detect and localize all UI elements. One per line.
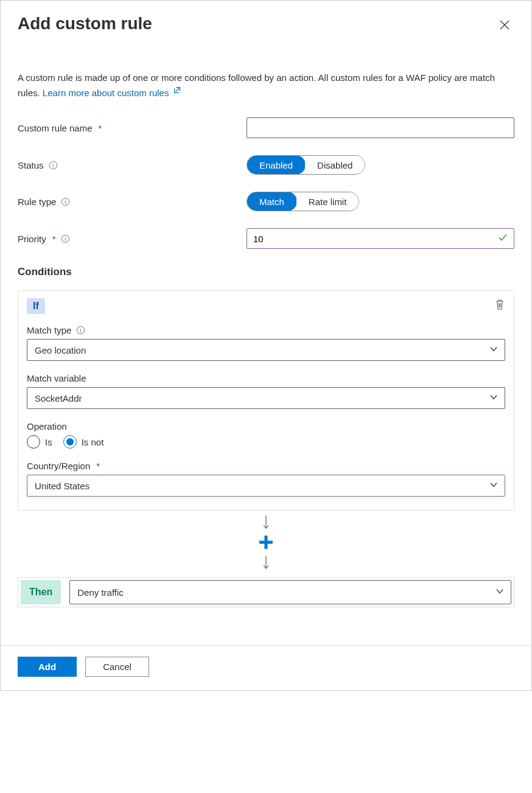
priority-input[interactable] bbox=[247, 228, 514, 249]
arrow-down-icon bbox=[262, 554, 270, 572]
page-title: Add custom rule bbox=[18, 14, 152, 33]
status-toggle: Enabled Disabled bbox=[247, 155, 365, 175]
row-status: Status i Enabled Disabled bbox=[18, 155, 514, 175]
conditions-heading: Conditions bbox=[18, 266, 514, 278]
trash-icon bbox=[494, 298, 505, 310]
match-variable-value: SocketAddr bbox=[35, 393, 82, 403]
then-tag: Then bbox=[21, 580, 61, 604]
close-button[interactable] bbox=[495, 15, 514, 35]
svg-rect-14 bbox=[259, 541, 273, 544]
match-variable-label: Match variable bbox=[27, 373, 86, 383]
info-icon[interactable]: i bbox=[61, 234, 70, 243]
operation-is-option[interactable]: Is bbox=[27, 435, 52, 449]
required-mark: * bbox=[52, 234, 56, 244]
rule-type-ratelimit-option[interactable]: Rate limit bbox=[296, 192, 359, 211]
footer: Add Cancel bbox=[1, 645, 531, 690]
radio-icon bbox=[27, 435, 40, 449]
learn-more-link[interactable]: Learn more about custom rules bbox=[43, 88, 181, 98]
match-type-select[interactable]: Geo location bbox=[27, 339, 505, 361]
country-value: United States bbox=[35, 481, 89, 491]
match-type-label: Match type bbox=[27, 325, 71, 335]
action-value: Deny traffic bbox=[77, 587, 124, 598]
rule-name-input[interactable] bbox=[247, 117, 514, 138]
arrow-down-icon bbox=[262, 514, 270, 532]
row-rule-name: Custom rule name* bbox=[18, 117, 514, 138]
flow-connector bbox=[18, 514, 514, 572]
country-label: Country/Region bbox=[27, 461, 90, 471]
radio-icon bbox=[63, 435, 77, 449]
rule-type-match-option[interactable]: Match bbox=[247, 192, 297, 211]
intro-text: A custom rule is made up of one or more … bbox=[18, 71, 514, 99]
match-variable-select[interactable]: SocketAddr bbox=[27, 387, 505, 409]
row-priority: Priority* i bbox=[18, 228, 514, 249]
rule-type-toggle: Match Rate limit bbox=[247, 192, 359, 211]
required-mark: * bbox=[96, 461, 100, 471]
status-label: Status bbox=[18, 160, 44, 170]
learn-more-label: Learn more about custom rules bbox=[43, 88, 169, 98]
status-enabled-option[interactable]: Enabled bbox=[247, 155, 306, 175]
operation-is-label: Is bbox=[45, 437, 52, 447]
svg-text:i: i bbox=[52, 162, 54, 169]
row-rule-type: Rule type i Match Rate limit bbox=[18, 192, 514, 211]
cancel-button[interactable]: Cancel bbox=[85, 657, 149, 677]
close-icon bbox=[500, 20, 509, 30]
svg-text:i: i bbox=[65, 199, 66, 205]
required-mark: * bbox=[99, 123, 102, 133]
country-select[interactable]: United States bbox=[27, 475, 505, 497]
add-button[interactable]: Add bbox=[18, 657, 77, 677]
action-select[interactable]: Deny traffic bbox=[69, 580, 511, 604]
condition-card: If Match type i Geo location Match varia… bbox=[18, 290, 514, 511]
match-type-value: Geo location bbox=[35, 345, 86, 355]
info-icon[interactable]: i bbox=[61, 197, 70, 206]
rule-name-label: Custom rule name bbox=[18, 123, 93, 133]
svg-text:i: i bbox=[65, 236, 66, 242]
status-disabled-option[interactable]: Disabled bbox=[305, 156, 365, 174]
external-link-icon bbox=[173, 85, 181, 98]
then-row: Then Deny traffic bbox=[18, 577, 514, 607]
if-tag: If bbox=[27, 298, 45, 314]
panel-header: Add custom rule bbox=[18, 13, 514, 35]
operation-isnot-label: Is not bbox=[82, 437, 104, 447]
info-icon[interactable]: i bbox=[49, 161, 58, 170]
add-condition-button[interactable] bbox=[258, 534, 274, 552]
operation-label: Operation bbox=[27, 421, 67, 431]
svg-text:i: i bbox=[80, 327, 82, 334]
info-icon[interactable]: i bbox=[76, 326, 85, 335]
delete-condition-button[interactable] bbox=[494, 298, 505, 312]
operation-isnot-option[interactable]: Is not bbox=[63, 435, 104, 449]
check-icon bbox=[497, 232, 508, 245]
operation-radio-group: Is Is not bbox=[27, 435, 505, 449]
plus-icon bbox=[258, 534, 274, 550]
rule-type-label: Rule type bbox=[18, 197, 56, 207]
priority-label: Priority bbox=[18, 234, 46, 244]
